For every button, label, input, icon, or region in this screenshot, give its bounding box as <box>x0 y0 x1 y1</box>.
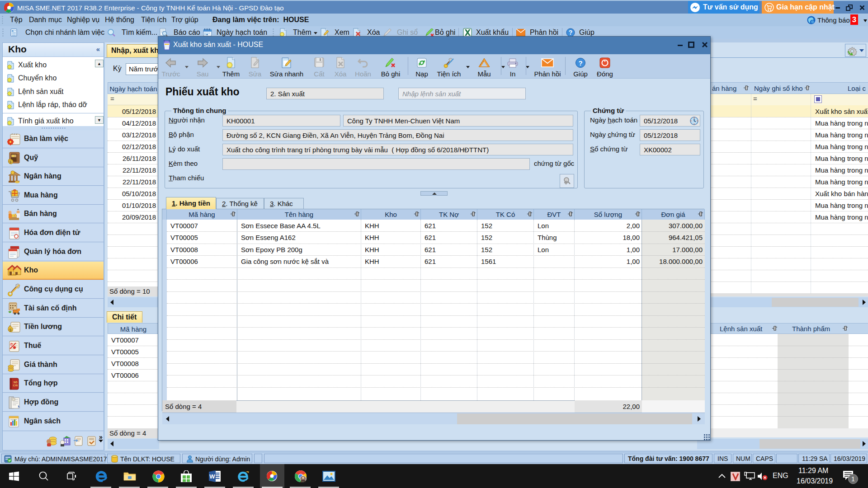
svg-text:SỔ: SỔ <box>14 381 18 384</box>
svg-text:$: $ <box>9 328 11 332</box>
svg-text:?: ? <box>569 29 573 36</box>
svg-text:CÁI: CÁI <box>13 384 18 387</box>
svg-text:$: $ <box>9 160 11 164</box>
svg-text:W: W <box>209 473 215 480</box>
svg-text:?: ? <box>578 59 582 67</box>
svg-text:%: % <box>10 343 13 346</box>
